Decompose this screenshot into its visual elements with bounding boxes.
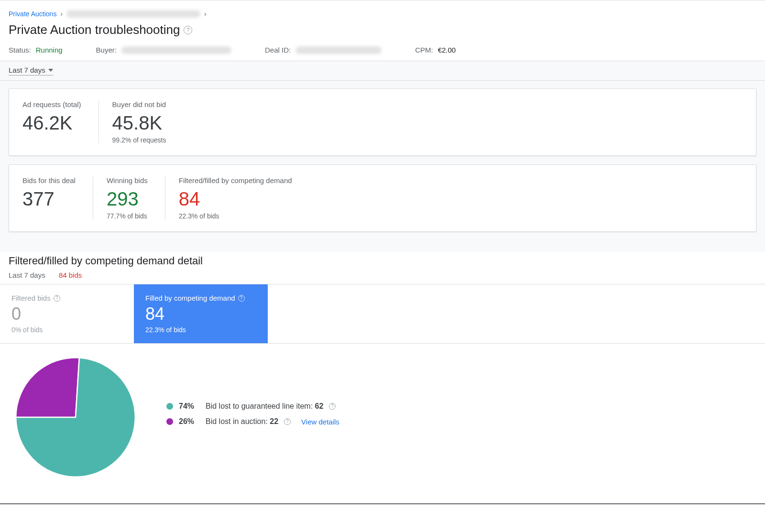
- chevron-down-icon: [48, 69, 53, 72]
- pie-chart: [13, 355, 138, 479]
- legend-swatch-icon: [166, 403, 173, 410]
- detail-count: 84 bids: [59, 271, 82, 279]
- stat-value: 46.2K: [22, 112, 81, 133]
- toolbar: Last 7 days: [0, 61, 765, 81]
- legend-percent: 26%: [179, 417, 200, 426]
- tab-competing-demand[interactable]: Filled by competing demand ? 84 22.3% of…: [134, 284, 268, 343]
- stat-sub: 22.3% of bids: [179, 212, 292, 220]
- help-icon[interactable]: ?: [54, 295, 60, 302]
- detail-range: Last 7 days: [9, 271, 45, 279]
- legend-row-guaranteed: 74% Bid lost to guaranteed line item: 62…: [166, 402, 339, 411]
- page-header: Private Auctions › › Private Auction tro…: [0, 0, 765, 61]
- cpm-label: CPM:: [415, 46, 433, 54]
- stat-value: 45.8K: [112, 112, 166, 133]
- help-icon[interactable]: ?: [238, 295, 245, 302]
- detail-section-head: Filtered/filled by competing demand deta…: [0, 252, 765, 284]
- stat-label: Filtered/filled by competing demand: [179, 176, 292, 185]
- detail-heading: Filtered/filled by competing demand deta…: [9, 255, 756, 267]
- stat-ad-requests: Ad requests (total) 46.2K: [22, 100, 98, 144]
- legend-count: 22: [270, 417, 278, 425]
- pie-row: 74% Bid lost to guaranteed line item: 62…: [0, 344, 765, 484]
- cpm-pair: CPM: €2.00: [415, 46, 456, 54]
- stat-label: Winning bids: [107, 176, 148, 185]
- stat-label: Bids for this deal: [22, 176, 76, 185]
- help-icon[interactable]: ?: [284, 418, 291, 425]
- stat-value: 84: [179, 188, 292, 209]
- stat-sub: 77.7% of bids: [107, 212, 148, 220]
- buyer-value-redacted: [121, 46, 231, 54]
- stat-value: 377: [22, 188, 76, 209]
- chevron-right-icon: ›: [204, 10, 207, 18]
- buyer-pair: Buyer:: [96, 46, 231, 54]
- pie-legend: 74% Bid lost to guaranteed line item: 62…: [166, 402, 339, 433]
- stat-filtered: Filtered/filled by competing demand 84 2…: [165, 176, 309, 220]
- help-icon[interactable]: ?: [329, 403, 336, 410]
- legend-row-auction: 26% Bid lost in auction: 22 ? View detai…: [166, 417, 339, 426]
- stat-sub: 99.2% of requests: [112, 136, 166, 144]
- legend-percent: 74%: [179, 402, 200, 411]
- dealid-value-redacted: [295, 46, 382, 54]
- legend-swatch-icon: [166, 418, 173, 425]
- status-pair: Status: Running: [9, 46, 63, 54]
- stat-no-bid: Buyer did not bid 45.8K 99.2% of request…: [98, 100, 184, 144]
- page-title-text: Private Auction troubleshooting: [9, 22, 180, 37]
- breadcrumb-item-redacted[interactable]: [66, 10, 200, 18]
- stat-winning: Winning bids 293 77.7% of bids: [93, 176, 165, 220]
- breadcrumb-root-link[interactable]: Private Auctions: [9, 10, 56, 18]
- dealid-label: Deal ID:: [265, 46, 291, 54]
- legend-text: Bid lost to guaranteed line item:: [206, 402, 315, 410]
- tab-sub: 22.3% of bids: [145, 326, 256, 334]
- legend-count: 62: [315, 402, 324, 410]
- stat-value: 293: [107, 188, 148, 209]
- status-label: Status:: [9, 46, 31, 54]
- date-range-selector[interactable]: Last 7 days: [9, 66, 53, 76]
- stat-bids: Bids for this deal 377: [22, 176, 93, 220]
- bids-card: Bids for this deal 377 Winning bids 293 …: [9, 164, 756, 232]
- detail-tabs: Filtered bids ? 0 0% of bids Filled by c…: [0, 284, 765, 344]
- tab-sub: 0% of bids: [11, 326, 122, 334]
- tab-label: Filled by competing demand: [145, 294, 235, 302]
- chevron-right-icon: ›: [60, 10, 63, 18]
- status-value: Running: [36, 46, 63, 54]
- legend-text: Bid lost in auction:: [206, 417, 270, 425]
- breadcrumb: Private Auctions › ›: [9, 10, 756, 18]
- view-details-link[interactable]: View details: [301, 418, 339, 426]
- dealid-pair: Deal ID:: [265, 46, 382, 54]
- stat-label: Buyer did not bid: [112, 100, 166, 109]
- requests-card: Ad requests (total) 46.2K Buyer did not …: [9, 88, 756, 156]
- cpm-value: €2.00: [438, 46, 456, 54]
- tab-value: 84: [145, 304, 256, 324]
- stat-label: Ad requests (total): [22, 100, 81, 109]
- buyer-label: Buyer:: [96, 46, 117, 54]
- tab-label: Filtered bids: [11, 294, 51, 302]
- meta-row: Status: Running Buyer: Deal ID: CPM: €2.…: [9, 46, 756, 54]
- help-icon[interactable]: ?: [184, 26, 192, 34]
- tab-filtered-bids[interactable]: Filtered bids ? 0 0% of bids: [0, 284, 134, 343]
- page-title: Private Auction troubleshooting ?: [9, 22, 756, 37]
- tab-value: 0: [11, 304, 122, 324]
- date-range-label: Last 7 days: [9, 66, 45, 74]
